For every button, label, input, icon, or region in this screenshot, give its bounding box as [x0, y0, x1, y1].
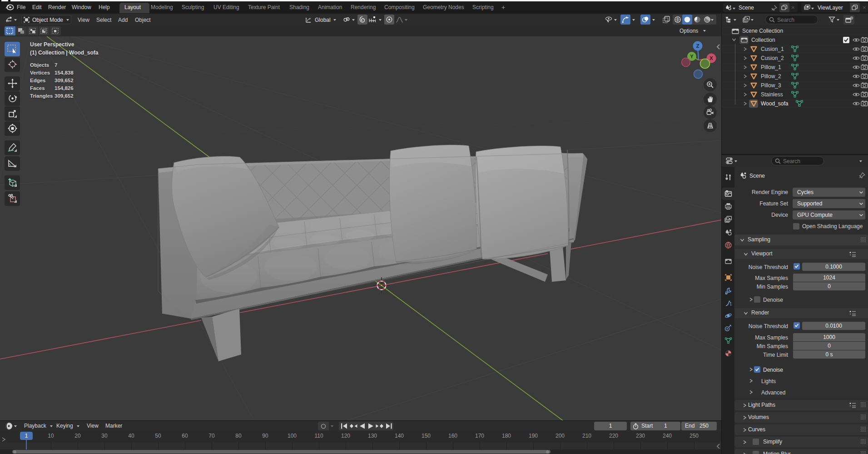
svg-text:X: X [709, 55, 713, 61]
svg-text:Y: Y [690, 54, 694, 59]
svg-text:Z: Z [696, 43, 699, 49]
